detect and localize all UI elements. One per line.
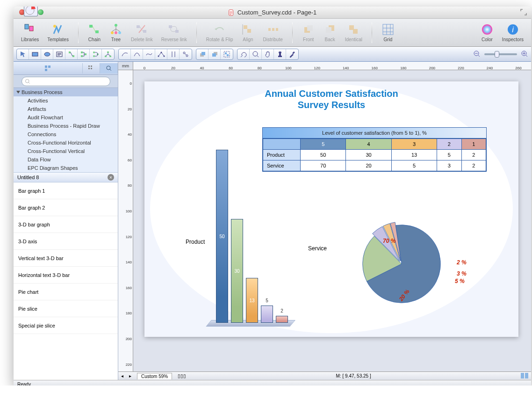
svg-rect-37: [72, 55, 74, 57]
shape-item[interactable]: 3-D bar graph: [14, 216, 118, 233]
svg-line-70: [478, 55, 480, 57]
page-tab[interactable]: Custom 59%: [137, 373, 172, 379]
prev-page-btn[interactable]: ◂: [121, 373, 123, 378]
shape-item[interactable]: 3-D axis: [14, 233, 118, 250]
zoom-in-icon[interactable]: [521, 50, 528, 58]
connector2-tool[interactable]: [78, 49, 90, 59]
view-mode-icon[interactable]: [521, 373, 528, 379]
identical-button[interactable]: Identical: [341, 21, 366, 44]
tree-item[interactable]: Audit Flowchart: [14, 113, 118, 122]
titlebar: Custom_Survey.cdd - Page-1: [14, 7, 531, 19]
zoom-slider[interactable]: [484, 53, 517, 55]
reverse-link-button[interactable]: Reverse link: [158, 21, 191, 44]
svg-rect-45: [107, 51, 109, 53]
zoom-window-button[interactable]: [38, 9, 43, 15]
back-button[interactable]: Back: [320, 21, 340, 44]
svg-point-7: [115, 24, 117, 27]
svg-rect-62: [227, 54, 229, 56]
delete-link-button[interactable]: Delete link: [127, 21, 157, 44]
tree-item[interactable]: Data Flow: [14, 155, 118, 164]
tree-list: ActivitiesArtifactsAudit FlowchartBusine…: [14, 96, 118, 172]
svg-rect-41: [85, 53, 86, 55]
svg-text:i: i: [512, 26, 514, 34]
svg-rect-36: [69, 51, 71, 53]
eyedropper-tool[interactable]: [286, 49, 298, 59]
stamp-tool[interactable]: [274, 49, 286, 59]
close-stencil-icon[interactable]: ×: [108, 174, 114, 181]
tree-item[interactable]: Cross-Functional Horizontal: [14, 138, 118, 147]
tree-item[interactable]: Activities: [14, 96, 118, 105]
tree-header[interactable]: Business Process: [14, 88, 118, 96]
curve1-tool[interactable]: [119, 49, 131, 59]
sidebar-search-input[interactable]: [22, 77, 110, 86]
color-button[interactable]: Color: [477, 21, 497, 44]
shape-item[interactable]: Pie chart: [14, 284, 118, 300]
svg-point-8: [111, 31, 114, 34]
grid-button[interactable]: Grid: [378, 21, 398, 44]
svg-rect-79: [88, 66, 90, 67]
front-button[interactable]: Front: [298, 21, 319, 44]
tree-button[interactable]: Tree: [106, 21, 126, 44]
join-tool[interactable]: [180, 49, 192, 59]
front-tool[interactable]: [208, 49, 221, 59]
libraries-button[interactable]: Libraries: [17, 21, 43, 44]
shape-item[interactable]: %Bar graph 2: [14, 199, 118, 216]
vertical-ruler: -20020406080100120140160180200220: [118, 70, 133, 371]
templates-button[interactable]: Templates: [43, 21, 72, 44]
tree-item[interactable]: Artifacts: [14, 105, 118, 113]
next-page-btn[interactable]: ▸: [129, 373, 131, 378]
svg-line-64: [257, 56, 259, 57]
pan-tool[interactable]: [262, 49, 274, 59]
svg-rect-82: [91, 68, 92, 69]
svg-rect-61: [225, 52, 227, 54]
bar-chart-label: Product: [186, 239, 205, 245]
tree-item[interactable]: Business Process - Rapid Draw: [14, 122, 118, 130]
svg-rect-5: [95, 30, 99, 33]
select-tool[interactable]: [17, 49, 29, 59]
sendback-tool[interactable]: [196, 49, 208, 59]
fullscreen-button[interactable]: [520, 8, 527, 16]
shape-item[interactable]: ABCHorizontal text 3-D bar: [14, 267, 118, 284]
canvas[interactable]: Annual Customer Satisfaction Survey Resu…: [133, 70, 531, 371]
svg-line-73: [526, 55, 527, 57]
sidebar-tab-tree[interactable]: [14, 63, 83, 73]
align-button[interactable]: Align: [237, 21, 258, 44]
svg-point-34: [44, 52, 50, 56]
editpoints-tool[interactable]: [155, 49, 167, 59]
ellipse-tool[interactable]: [41, 49, 53, 59]
svg-rect-18: [247, 29, 251, 33]
zoom-out-icon[interactable]: [473, 50, 481, 58]
sidebar-switch: [14, 62, 118, 75]
tree-item[interactable]: Cross-Functional Vertical: [14, 147, 118, 155]
shape-item[interactable]: ABCVertical text 3-D bar: [14, 250, 118, 267]
stencil-title: Untitled 8×: [14, 172, 118, 182]
curve3-tool[interactable]: [143, 49, 155, 59]
sidebar-tab-search[interactable]: [100, 63, 118, 73]
inspectors-button[interactable]: iInspectors: [498, 21, 527, 44]
curve2-tool[interactable]: [131, 49, 143, 59]
svg-rect-4: [89, 25, 93, 28]
shape-item[interactable]: Pie slice: [14, 300, 118, 317]
mouse-coords: M: [ 9.47, 53.25 ]: [336, 373, 371, 378]
chain-button[interactable]: Chain: [84, 21, 105, 44]
main-toolbar: Libraries Templates Chain Tree Delete li…: [14, 19, 531, 47]
tree-item[interactable]: EPC Diagram Shapes: [14, 164, 118, 172]
ruler-unit: mm: [118, 62, 133, 70]
connector3-tool[interactable]: [90, 49, 102, 59]
shape-item[interactable]: Bar graph 1: [14, 182, 118, 199]
rotate-flip-button[interactable]: Rotate & Flip: [202, 21, 237, 44]
rectangle-tool[interactable]: [29, 49, 41, 59]
connector1-tool[interactable]: [65, 49, 78, 59]
sidebar-tab-grid[interactable]: [83, 63, 101, 73]
split-tool[interactable]: [167, 49, 180, 59]
zoomin-tool[interactable]: [250, 49, 262, 59]
page: Annual Customer Satisfaction Survey Resu…: [144, 81, 518, 337]
distribute-button[interactable]: Distribute: [259, 21, 286, 44]
pie-pct-2: 2 %: [457, 259, 467, 266]
zoomfit-tool[interactable]: [237, 49, 250, 59]
group-tool[interactable]: [221, 49, 233, 59]
tree-item[interactable]: Connections: [14, 130, 118, 138]
text-tool[interactable]: [53, 49, 65, 59]
shape-item[interactable]: Special pie slice: [14, 317, 118, 334]
connector4-tool[interactable]: [102, 49, 114, 59]
